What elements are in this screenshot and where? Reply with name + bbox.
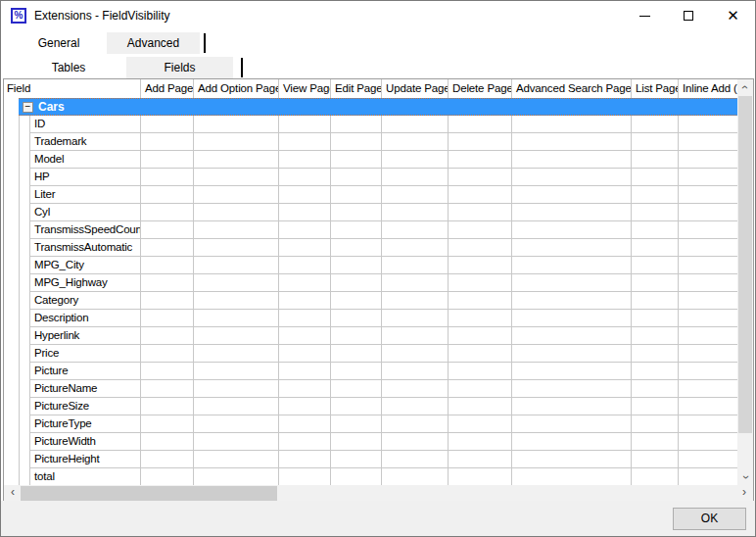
visibility-cell[interactable] bbox=[194, 169, 279, 186]
visibility-cell[interactable] bbox=[679, 239, 737, 257]
field-name-cell[interactable]: ID bbox=[30, 116, 141, 133]
visibility-cell[interactable] bbox=[382, 169, 449, 186]
visibility-cell[interactable] bbox=[279, 327, 331, 345]
visibility-cell[interactable] bbox=[194, 398, 279, 415]
visibility-cell[interactable] bbox=[382, 239, 449, 257]
scroll-right-icon[interactable]: › bbox=[736, 485, 752, 501]
column-header-add-page[interactable]: Add Page bbox=[141, 79, 194, 98]
visibility-cell[interactable] bbox=[679, 345, 737, 363]
column-header-advanced-search-page[interactable]: Advanced Search Page bbox=[512, 79, 632, 98]
close-button[interactable]: ✕ bbox=[711, 1, 755, 30]
visibility-cell[interactable] bbox=[331, 398, 382, 415]
visibility-cell[interactable] bbox=[194, 363, 279, 380]
visibility-cell[interactable] bbox=[279, 169, 331, 186]
visibility-cell[interactable] bbox=[632, 239, 679, 257]
field-name-cell[interactable]: TransmissSpeedCount bbox=[30, 221, 141, 239]
visibility-cell[interactable] bbox=[679, 451, 737, 468]
visibility-cell[interactable] bbox=[512, 415, 632, 433]
visibility-cell[interactable] bbox=[141, 363, 194, 380]
visibility-cell[interactable] bbox=[141, 433, 194, 451]
visibility-cell[interactable] bbox=[679, 415, 737, 433]
field-name-cell[interactable]: Model bbox=[30, 151, 141, 169]
visibility-cell[interactable] bbox=[382, 345, 449, 363]
visibility-cell[interactable] bbox=[449, 327, 512, 345]
visibility-cell[interactable] bbox=[632, 433, 679, 451]
visibility-cell[interactable] bbox=[512, 133, 632, 151]
field-name-cell[interactable]: PictureHeight bbox=[30, 451, 141, 468]
visibility-cell[interactable] bbox=[279, 186, 331, 204]
visibility-cell[interactable] bbox=[141, 310, 194, 327]
visibility-cell[interactable] bbox=[194, 415, 279, 433]
visibility-cell[interactable] bbox=[194, 116, 279, 133]
visibility-cell[interactable] bbox=[382, 451, 449, 468]
visibility-cell[interactable] bbox=[141, 116, 194, 133]
visibility-cell[interactable] bbox=[679, 292, 737, 310]
visibility-cell[interactable] bbox=[449, 415, 512, 433]
visibility-cell[interactable] bbox=[632, 221, 679, 239]
minimize-button[interactable] bbox=[623, 1, 667, 30]
visibility-cell[interactable] bbox=[331, 363, 382, 380]
visibility-cell[interactable] bbox=[632, 398, 679, 415]
column-header-add-option-page[interactable]: Add Option Page bbox=[194, 79, 279, 98]
field-name-cell[interactable]: PictureType bbox=[30, 415, 141, 433]
visibility-cell[interactable] bbox=[194, 186, 279, 204]
visibility-cell[interactable] bbox=[512, 345, 632, 363]
visibility-cell[interactable] bbox=[449, 451, 512, 468]
field-name-cell[interactable]: PictureSize bbox=[30, 398, 141, 415]
visibility-cell[interactable] bbox=[194, 451, 279, 468]
visibility-cell[interactable] bbox=[279, 221, 331, 239]
visibility-cell[interactable] bbox=[141, 151, 194, 169]
visibility-cell[interactable] bbox=[331, 204, 382, 221]
visibility-cell[interactable] bbox=[449, 380, 512, 398]
visibility-cell[interactable] bbox=[331, 327, 382, 345]
visibility-cell[interactable] bbox=[279, 151, 331, 169]
column-header-edit-page[interactable]: Edit Page bbox=[331, 79, 382, 98]
field-name-cell[interactable]: Description bbox=[30, 310, 141, 327]
visibility-cell[interactable] bbox=[632, 363, 679, 380]
field-name-cell[interactable]: HP bbox=[30, 169, 141, 186]
visibility-cell[interactable] bbox=[141, 327, 194, 345]
visibility-cell[interactable] bbox=[141, 451, 194, 468]
visibility-cell[interactable] bbox=[512, 116, 632, 133]
visibility-cell[interactable] bbox=[632, 151, 679, 169]
visibility-cell[interactable] bbox=[141, 274, 194, 292]
visibility-cell[interactable] bbox=[449, 468, 512, 485]
visibility-cell[interactable] bbox=[331, 451, 382, 468]
column-header-delete-page[interactable]: Delete Page bbox=[449, 79, 512, 98]
field-name-cell[interactable]: Category bbox=[30, 292, 141, 310]
visibility-cell[interactable] bbox=[141, 468, 194, 485]
visibility-cell[interactable] bbox=[382, 468, 449, 485]
tab-fields[interactable]: Fields bbox=[126, 57, 233, 78]
scroll-up-icon[interactable]: › bbox=[737, 79, 753, 95]
visibility-cell[interactable] bbox=[679, 398, 737, 415]
visibility-cell[interactable] bbox=[331, 257, 382, 274]
visibility-cell[interactable] bbox=[632, 169, 679, 186]
visibility-cell[interactable] bbox=[194, 468, 279, 485]
visibility-cell[interactable] bbox=[141, 257, 194, 274]
visibility-cell[interactable] bbox=[382, 415, 449, 433]
ok-button[interactable]: OK bbox=[673, 508, 746, 530]
visibility-cell[interactable] bbox=[679, 133, 737, 151]
visibility-cell[interactable] bbox=[279, 257, 331, 274]
visibility-cell[interactable] bbox=[679, 310, 737, 327]
visibility-cell[interactable] bbox=[194, 327, 279, 345]
visibility-cell[interactable] bbox=[449, 169, 512, 186]
visibility-cell[interactable] bbox=[331, 415, 382, 433]
visibility-cell[interactable] bbox=[331, 345, 382, 363]
column-header-field[interactable]: Field bbox=[4, 79, 141, 98]
visibility-cell[interactable] bbox=[382, 116, 449, 133]
visibility-cell[interactable] bbox=[679, 433, 737, 451]
visibility-cell[interactable] bbox=[632, 116, 679, 133]
visibility-cell[interactable] bbox=[512, 380, 632, 398]
visibility-cell[interactable] bbox=[382, 257, 449, 274]
visibility-cell[interactable] bbox=[382, 133, 449, 151]
visibility-cell[interactable] bbox=[279, 239, 331, 257]
visibility-cell[interactable] bbox=[632, 274, 679, 292]
visibility-cell[interactable] bbox=[194, 204, 279, 221]
visibility-cell[interactable] bbox=[331, 292, 382, 310]
visibility-cell[interactable] bbox=[194, 433, 279, 451]
visibility-cell[interactable] bbox=[679, 186, 737, 204]
visibility-cell[interactable] bbox=[194, 221, 279, 239]
visibility-cell[interactable] bbox=[679, 221, 737, 239]
visibility-cell[interactable] bbox=[632, 292, 679, 310]
